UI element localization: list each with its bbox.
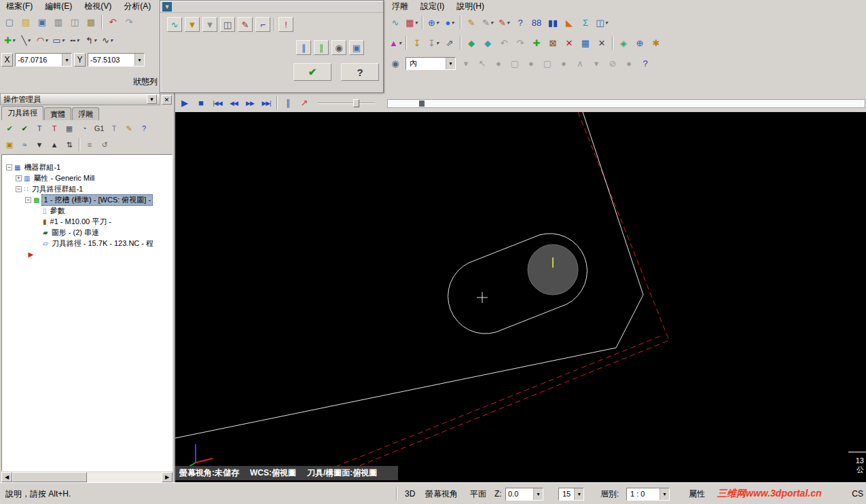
mask-help-icon[interactable]: ?	[638, 56, 653, 71]
save-file-icon[interactable]: ▣	[35, 14, 50, 29]
analyze-number-icon[interactable]: 88	[529, 15, 544, 30]
scroll-right-icon[interactable]: ▶	[162, 472, 173, 482]
select-regen-ops-icon[interactable]: ✔	[18, 122, 31, 135]
y-coordinate-field[interactable]: ▾	[88, 53, 145, 67]
delete-entities-icon[interactable]: ▲▾	[388, 35, 403, 50]
analyze-stats-icon[interactable]: ▮▮	[545, 15, 560, 30]
y-coordinate-input[interactable]	[88, 54, 134, 65]
create-point-icon[interactable]: ✚▾	[2, 33, 17, 48]
solid-box-icon[interactable]: ⊠	[545, 35, 560, 50]
create-corner-icon[interactable]: ↰▾	[84, 33, 98, 48]
undo-icon[interactable]: ↶	[105, 14, 120, 29]
panel-tab-3[interactable]: 浮雕	[72, 107, 99, 120]
redo-view-icon[interactable]: ↷	[513, 35, 528, 50]
analyze-angle-icon[interactable]: ◣	[562, 15, 577, 30]
help-button[interactable]: ?	[341, 63, 379, 81]
prompt-edit-icon[interactable]: ✎	[238, 17, 253, 32]
create-dash-icon[interactable]: ╍▾	[67, 33, 82, 48]
surface-display-icon[interactable]: ▦▾	[404, 15, 419, 30]
scroll-left-icon[interactable]: ◀	[1, 472, 12, 482]
attributes-button[interactable]: 屬性	[685, 487, 709, 501]
solid-extrude-icon[interactable]: ◆	[464, 35, 479, 50]
solid-revolve-icon[interactable]: ◆	[480, 35, 495, 50]
tree-geometry[interactable]: ▰圖形 - (2) 串連	[2, 227, 172, 238]
menu-item-3[interactable]: 檢視(V)	[78, 0, 118, 14]
analyze-entity-icon[interactable]: ✎	[464, 15, 479, 30]
gview-button[interactable]: 螢幕視角	[421, 487, 462, 501]
toggle-toolpath-display-icon[interactable]: ≈	[18, 138, 31, 151]
settings-wrench-icon[interactable]: ✱	[649, 35, 664, 50]
solid-add-icon[interactable]: ✚	[529, 35, 544, 50]
gview-spiral-icon[interactable]: ◉	[388, 56, 403, 71]
prompt-window-titlebar[interactable]: ▼	[160, 1, 383, 13]
skip-end-icon[interactable]: ▶▶|	[259, 96, 274, 111]
open-file-icon[interactable]: ▤	[18, 14, 33, 29]
lock-icon[interactable]: ▣	[3, 138, 16, 151]
prompt-hook-icon[interactable]: ⌐	[255, 17, 270, 32]
refresh-ops-icon[interactable]: ↺	[98, 138, 111, 151]
z-depth-input[interactable]	[506, 489, 533, 499]
regen-selected-icon[interactable]: T	[33, 122, 46, 135]
skip-start-icon[interactable]: |◀◀	[210, 96, 225, 111]
backplot-speed-slider[interactable]	[318, 98, 375, 109]
select-all-ops-icon[interactable]: ✔	[3, 122, 16, 135]
tree-toolpath-group[interactable]: −∷刀具路徑群組-1	[2, 183, 172, 194]
linewidth-arrow-icon[interactable]: ▾	[574, 488, 583, 500]
analyze-query-icon[interactable]: ?	[513, 15, 528, 30]
tree-parameters[interactable]: ▯參數	[2, 205, 172, 216]
analyze-dynamic-icon[interactable]: ✎▾	[497, 15, 511, 30]
3d-toggle-button[interactable]: 3D	[401, 487, 419, 501]
scrollbar-thumb[interactable]	[12, 472, 87, 482]
create-line-icon[interactable]: ╲▾	[18, 33, 33, 48]
ok-button[interactable]: ✔	[293, 63, 331, 81]
linewidth-combo[interactable]: 15 ▾	[558, 487, 584, 501]
tree-expander-icon[interactable]: −	[25, 197, 31, 203]
hatch-display2-icon[interactable]: ∥	[314, 40, 329, 55]
menu-item-2[interactable]: 編輯(E)	[39, 0, 78, 14]
prompt-sketch-icon[interactable]: ∿	[167, 17, 182, 32]
create-arc-icon[interactable]: ◠▾	[35, 33, 50, 48]
redo-icon[interactable]: ↷	[122, 14, 137, 29]
panel-collapse-button[interactable]: ▼	[147, 94, 157, 104]
analyze-position-icon[interactable]: ✎▾	[480, 15, 495, 30]
edit-op-icon[interactable]: ✎	[122, 122, 136, 135]
tree-operation-pocket[interactable]: −▩1 - 挖槽 (標準) - [WCS: 俯視圖] -	[2, 194, 172, 205]
menu-item-4[interactable]: 分析(A)	[118, 0, 157, 14]
ops-help-icon[interactable]: ?	[137, 122, 151, 135]
solid-cut-icon[interactable]: ✕	[562, 35, 577, 50]
tree-tool[interactable]: ▮#1 - M10.00 平刀 -	[2, 216, 172, 227]
backplot-icon[interactable]: ▦	[62, 122, 76, 135]
panel-tab-1[interactable]: 刀具路徑	[1, 106, 43, 120]
highfeed-icon[interactable]: T	[107, 122, 121, 135]
move-insert-icon[interactable]: ⇅	[62, 138, 76, 151]
tree-expander-icon[interactable]: −	[6, 164, 12, 170]
solid-remove-icon[interactable]: ✕	[594, 35, 609, 50]
playbar-close-button[interactable]: ✕	[162, 95, 172, 105]
z-depth-combo[interactable]: ▾	[505, 487, 543, 501]
panel-tab-2[interactable]: 實體	[44, 107, 71, 120]
x-combo-arrow-icon[interactable]: ▾	[62, 54, 71, 66]
regen-all-icon[interactable]: T	[48, 122, 61, 135]
prompt-alert-icon[interactable]: !	[278, 17, 293, 32]
x-coordinate-input[interactable]	[16, 54, 62, 65]
stop-icon[interactable]: ■	[194, 96, 209, 111]
post-icon[interactable]: G1	[92, 122, 106, 135]
menu-item-3[interactable]: 說明(H)	[450, 0, 490, 14]
tree-insert-cursor[interactable]: ►	[2, 249, 172, 259]
shading-sphere-icon[interactable]: ●▾	[442, 15, 457, 30]
show-vectors-icon[interactable]: ↗	[297, 96, 312, 111]
step-back-icon[interactable]: ◀◀	[226, 96, 241, 111]
view-globe-icon[interactable]: ⊕	[632, 35, 647, 50]
group-mask-arrow-icon[interactable]: ▾	[446, 58, 455, 69]
verify-icon[interactable]: ◔	[77, 122, 91, 135]
step-forward-icon[interactable]: ▶▶	[242, 96, 257, 111]
pin-alt-icon[interactable]: ↧▾	[426, 35, 441, 50]
create-rect-icon[interactable]: ▭▾	[51, 33, 66, 48]
z-combo-arrow-icon[interactable]: ▾	[533, 488, 543, 500]
print-icon[interactable]: ▥	[51, 14, 66, 29]
menu-item-2[interactable]: 設定(I)	[414, 0, 450, 14]
scroll-ops-icon[interactable]: ≡	[83, 138, 96, 151]
save-settings-icon[interactable]: ▣	[349, 40, 364, 55]
play-icon[interactable]: ▶	[177, 96, 192, 111]
minimize-prompt-icon[interactable]: ▼	[162, 2, 172, 12]
